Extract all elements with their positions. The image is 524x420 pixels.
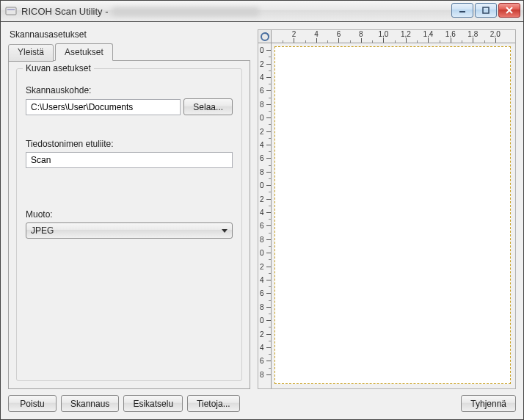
settings-panel: Skannausasetukset Yleistä Asetukset Kuva… <box>8 29 250 389</box>
redacted-text <box>112 7 259 16</box>
ruler-tick-label: 4 <box>260 209 264 217</box>
chevron-down-icon <box>222 229 228 233</box>
clear-button[interactable]: Tyhjennä <box>461 395 516 412</box>
client-area: Skannausasetukset Yleistä Asetukset Kuva… <box>0 22 524 420</box>
ruler-origin-icon <box>258 30 272 43</box>
scan-target-label: Skannauskohde: <box>26 85 233 95</box>
tab-general[interactable]: Yleistä <box>8 44 54 62</box>
ruler-tick-label: 4 <box>260 73 264 82</box>
scan-button[interactable]: Skannaus <box>61 395 119 412</box>
ruler-tick-label: 0 <box>260 46 264 54</box>
ruler-tick-label: 8 <box>260 235 264 243</box>
scan-settings-label: Skannausasetukset <box>10 29 250 40</box>
titlebar: RICOH Scan Utility - <box>0 0 524 22</box>
ruler-tick-label: 1,0 <box>378 30 388 38</box>
ruler-tick-label: 2 <box>260 262 264 270</box>
ruler-tick-label: 0 <box>260 114 264 122</box>
browse-button[interactable]: Selaa... <box>183 98 233 115</box>
ruler-tick-label: 2 <box>260 59 264 68</box>
group-legend: Kuvan asetukset <box>23 63 94 73</box>
ruler-tick-label: 2 <box>260 195 264 203</box>
ruler-tick-label: 8 <box>359 30 363 38</box>
tabs-strip: Yleistä Asetukset <box>8 43 250 60</box>
button-bar: Poistu Skannaus Esikatselu Tietoja... Ty… <box>8 395 516 412</box>
scan-target-input[interactable] <box>26 99 181 115</box>
ruler-tick-label: 4 <box>260 344 264 352</box>
preview-button[interactable]: Esikatselu <box>123 395 183 412</box>
filename-prefix-label: Tiedostonimen etuliite: <box>26 139 233 149</box>
ruler-tick-label: 6 <box>260 87 264 95</box>
app-icon <box>5 5 17 17</box>
ruler-tick-label: 6 <box>260 289 264 297</box>
ruler-tick-label: 1,6 <box>445 30 456 38</box>
minimize-button[interactable] <box>451 3 473 18</box>
ruler-tick-label: 8 <box>260 100 264 108</box>
image-settings-group: Kuvan asetukset Skannauskohde: Selaa... … <box>16 68 242 381</box>
ruler-tick-label: 8 <box>260 167 264 175</box>
ruler-tick-label: 6 <box>260 222 264 230</box>
svg-rect-1 <box>7 9 15 10</box>
about-button[interactable]: Tietoja... <box>187 395 240 412</box>
exit-button[interactable]: Poistu <box>8 395 57 412</box>
svg-rect-3 <box>483 7 489 13</box>
ruler-tick-label: 6 <box>337 30 341 38</box>
close-button[interactable] <box>498 3 520 18</box>
ruler-tick-label: 2 <box>260 127 264 135</box>
ruler-tick-label: 2,0 <box>490 30 501 38</box>
ruler-tick-label: 1,4 <box>423 30 433 38</box>
svg-rect-0 <box>6 7 16 15</box>
preview-canvas[interactable] <box>274 46 511 384</box>
ruler-vertical: 0246802468024680246802468 <box>258 43 272 388</box>
format-select-value: JPEG <box>31 225 54 236</box>
ruler-tick-label: 1,8 <box>467 30 478 38</box>
ruler-tick-label: 2 <box>260 330 264 338</box>
ruler-tick-label: 4 <box>260 276 264 284</box>
tab-body: Kuvan asetukset Skannauskohde: Selaa... … <box>8 60 250 389</box>
format-select[interactable]: JPEG <box>26 222 233 239</box>
preview-panel: 24681,01,21,41,61,82,0 02468024680246802… <box>258 29 516 389</box>
ruler-horizontal: 24681,01,21,41,61,82,0 <box>272 30 515 43</box>
ruler-tick-label: 8 <box>260 303 264 311</box>
ruler-tick-label: 0 <box>260 249 264 257</box>
ruler-tick-label: 4 <box>314 30 319 38</box>
ruler-tick-label: 6 <box>260 154 264 162</box>
filename-prefix-input[interactable] <box>26 152 233 168</box>
maximize-button[interactable] <box>475 3 497 18</box>
ruler-tick-label: 1,2 <box>401 30 411 38</box>
ruler-tick-label: 0 <box>260 181 264 189</box>
ruler-tick-label: 2 <box>292 30 296 38</box>
ruler-tick-label: 8 <box>260 370 264 378</box>
ruler-tick-label: 6 <box>260 357 264 365</box>
tab-settings[interactable]: Asetukset <box>55 43 113 61</box>
format-label: Muoto: <box>26 209 233 220</box>
window-title: RICOH Scan Utility - <box>21 6 259 17</box>
ruler-tick-label: 4 <box>260 141 264 149</box>
ruler-tick-label: 0 <box>260 316 264 325</box>
